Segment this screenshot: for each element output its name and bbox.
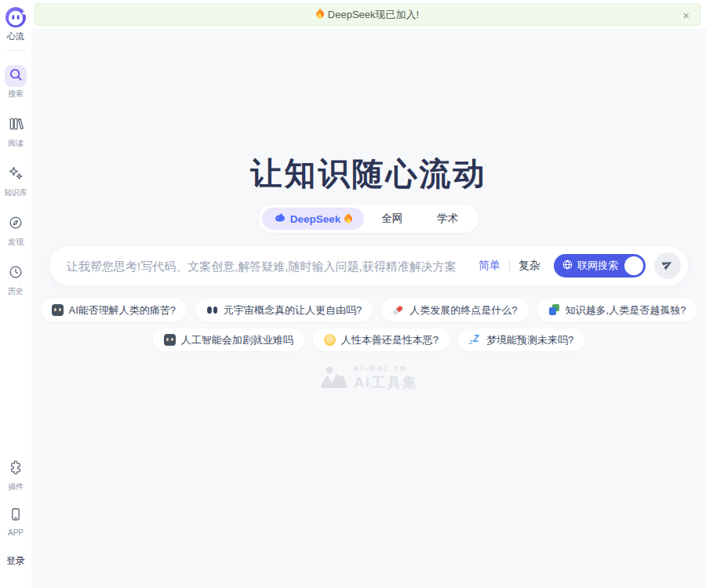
sidebar-item-history[interactable]: 历史 (5, 263, 27, 297)
sidebar-bottom-group: 插件 APP 登录 (5, 458, 27, 588)
web-search-toggle[interactable]: 联网搜索 (554, 254, 646, 278)
tab-deepseek[interactable]: DeepSeek (262, 208, 365, 230)
history-icon (8, 264, 24, 283)
robot-icon (52, 304, 64, 316)
suggestion-chip[interactable]: AI能否理解人类的痛苦? (41, 299, 187, 321)
sidebar-item-reading[interactable]: 阅读 (5, 114, 27, 149)
sidebar-item-label: APP (8, 528, 24, 537)
suggestion-chip[interactable]: 元宇宙概念真的让人更自由吗? (195, 299, 373, 321)
suggestion-chip[interactable]: 梦境能预测未来吗? (458, 328, 584, 351)
sidebar-item-label: 插件 (8, 481, 24, 492)
reader-icon (8, 116, 24, 135)
robot-icon (164, 334, 176, 346)
tab-label: 学术 (437, 212, 458, 226)
plugin-icon (8, 459, 24, 478)
sidebar-item-plugins[interactable]: 插件 (5, 458, 27, 492)
page-title: 让知识随心流动 (251, 154, 487, 192)
sidebar-item-app[interactable]: APP (5, 505, 27, 537)
smiley-logo-icon (5, 6, 27, 28)
app-name: 心流 (7, 31, 24, 42)
search-icon (8, 67, 24, 85)
content-area: 让知识随心流动 DeepSeek 全网 学术 简单 (31, 29, 706, 588)
sidebar-item-knowledge-base[interactable]: 知识库 (4, 164, 27, 198)
sidebar-item-discover[interactable]: 发现 (5, 213, 27, 248)
aibot-logo-icon (319, 365, 348, 390)
send-button[interactable] (654, 252, 681, 279)
suggestion-chip[interactable]: 知识越多,人类是否越孤独? (537, 299, 697, 321)
watermark-title: AI工具集 (354, 373, 418, 392)
eyes-icon (206, 304, 218, 316)
mode-complex-button[interactable]: 复杂 (519, 259, 540, 273)
baby-icon (324, 334, 336, 346)
compass-icon (8, 215, 24, 234)
whale-icon (274, 212, 286, 227)
sidebar-item-label: 历史 (8, 286, 24, 297)
suggestion-chip[interactable]: 人工智能会加剧就业难吗 (153, 328, 304, 351)
chip-label: 知识越多,人类是否越孤独? (566, 303, 686, 318)
chip-label: 人工智能会加剧就业难吗 (181, 333, 293, 347)
mode-simple-button[interactable]: 简单 (479, 259, 500, 273)
sidebar-item-label: 知识库 (4, 187, 27, 198)
web-search-label: 联网搜索 (577, 259, 618, 273)
banner-message: DeepSeek现已加入! (328, 8, 419, 22)
suggestion-chip[interactable]: 人性本善还是性本恶? (313, 328, 449, 351)
zzz-icon (469, 334, 481, 346)
watermark-url: ai-bot.cn (354, 363, 418, 372)
watermark: ai-bot.cn AI工具集 (319, 363, 418, 392)
sidebar-item-search[interactable]: 搜索 (5, 65, 27, 100)
suggestion-chip[interactable]: 人类发展的终点是什么? (381, 299, 528, 321)
phone-icon (8, 506, 24, 525)
books-icon (548, 304, 560, 316)
login-button[interactable]: 登录 (6, 554, 25, 568)
chip-label: 元宇宙概念真的让人更自由吗? (224, 303, 362, 318)
search-input[interactable] (67, 260, 479, 273)
tab-label: 全网 (381, 212, 402, 226)
tab-label: DeepSeek (290, 213, 341, 225)
sidebar-divider (7, 50, 24, 51)
tab-whole-web[interactable]: 全网 (364, 208, 420, 230)
announcement-banner: DeepSeek现已加入! × (35, 3, 701, 26)
rocket-icon (392, 304, 404, 316)
tab-academic[interactable]: 学术 (420, 208, 475, 230)
sidebar-item-label: 发现 (8, 237, 24, 248)
suggestion-row-1: AI能否理解人类的痛苦? 元宇宙概念真的让人更自由吗? 人类发展的终点是什么? … (41, 299, 697, 321)
chip-label: 人类发展的终点是什么? (409, 303, 517, 318)
suggestion-row-2: 人工智能会加剧就业难吗 人性本善还是性本恶? 梦境能预测未来吗? (153, 328, 584, 351)
knowledge-icon (8, 165, 24, 184)
mode-divider (509, 260, 510, 271)
toggle-knob (624, 256, 643, 275)
chip-label: AI能否理解人类的痛苦? (69, 303, 176, 318)
main-area: DeepSeek现已加入! × 让知识随心流动 DeepSeek 全网 学术 (31, 0, 706, 588)
close-icon[interactable]: × (682, 9, 690, 20)
chip-label: 梦境能预测未来吗? (486, 333, 573, 347)
flame-icon (316, 9, 324, 20)
sidebar-item-label: 阅读 (8, 138, 24, 149)
globe-icon (562, 259, 573, 274)
flame-icon (344, 214, 352, 224)
search-bar: 简单 复杂 联网搜索 (49, 246, 688, 285)
search-scope-tabs: DeepSeek 全网 学术 (259, 205, 479, 233)
chip-label: 人性本善还是性本恶? (341, 333, 439, 347)
sidebar-item-label: 搜索 (8, 89, 24, 100)
sidebar: 心流 搜索 阅读 (0, 0, 31, 588)
app-logo[interactable] (5, 6, 27, 28)
paper-plane-icon (661, 258, 674, 274)
